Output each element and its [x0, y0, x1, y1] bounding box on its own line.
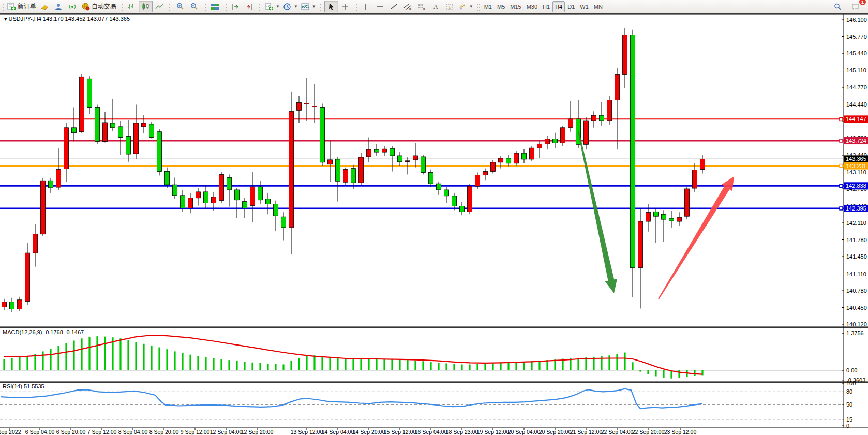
line-anchor-marker: [840, 207, 843, 210]
candle-body: [600, 115, 604, 121]
cursor-button[interactable]: [324, 1, 338, 12]
candle-body: [530, 148, 534, 159]
timeframe-h1[interactable]: H1: [540, 1, 552, 12]
line-chart-button[interactable]: [153, 1, 167, 12]
candle-body: [64, 128, 69, 169]
time-axis-label: 22 Sep 04:00: [601, 429, 634, 435]
price-tick-label: 145.770: [846, 34, 867, 40]
time-axis-label: 16 Sep 04:00: [415, 429, 447, 435]
current-price-label: 143.365: [846, 156, 866, 162]
time-axis-label: 7 Sep 12:00: [87, 429, 117, 435]
timeframe-m15[interactable]: M15: [507, 1, 523, 12]
candle-body: [700, 159, 705, 169]
candle-body: [592, 115, 596, 121]
candle-body: [56, 170, 61, 187]
zoom-out-icon: [190, 3, 199, 11]
hline-button[interactable]: [373, 1, 387, 12]
chart-canvas[interactable]: 146.100145.770145.440145.110144.770144.4…: [0, 14, 868, 435]
time-axis-label: 14 Sep 20:00: [353, 429, 385, 435]
period-button[interactable]: ▼: [281, 1, 300, 12]
auto-scroll-icon: [245, 3, 254, 11]
timeframe-mn[interactable]: MN: [591, 1, 605, 12]
signals-button[interactable]: [66, 1, 80, 12]
hline-icon: [376, 3, 384, 11]
template-button[interactable]: ▼: [300, 1, 318, 12]
tile-windows-button[interactable]: [208, 1, 222, 12]
community-button[interactable]: [52, 1, 66, 12]
candle-body: [382, 149, 387, 152]
vline-icon: [362, 3, 370, 11]
chart-shift-button[interactable]: [229, 1, 243, 12]
candle-body: [437, 184, 441, 190]
signal-icon: [68, 3, 77, 11]
timeframe-d1[interactable]: D1: [565, 1, 577, 12]
fibonacci-button[interactable]: F: [415, 1, 429, 12]
mt4-window: { "toolbar": { "groups": [ {"items": [ {…: [0, 0, 868, 435]
rsi-axis-label: 15: [846, 416, 852, 423]
candle-body: [118, 127, 123, 138]
new-order-button[interactable]: 新订单: [6, 1, 38, 12]
candle-body: [693, 170, 697, 188]
autotrade-button[interactable]: 自动交易: [80, 1, 118, 12]
toolbar-right: 1: [831, 1, 868, 12]
zoom-out-button[interactable]: [187, 1, 201, 12]
vline-button[interactable]: [359, 1, 373, 12]
timeframe-h4[interactable]: H4: [552, 1, 565, 12]
zoom-in-button[interactable]: [173, 1, 187, 12]
toolbar-separator: [354, 2, 357, 11]
new-chart-button[interactable]: ▼: [263, 1, 281, 12]
timeframe-group: M1M5M15M30H1H4D1W1MN: [481, 1, 606, 13]
channel-button[interactable]: E: [401, 1, 415, 12]
search-icon: [833, 3, 842, 11]
time-axis-label: 21 Sep 12:00: [570, 429, 603, 435]
chevron-down-icon: ▼: [294, 4, 298, 9]
candle-body: [188, 198, 193, 208]
candle-body: [25, 253, 30, 302]
candle-body: [343, 170, 348, 183]
timeframe-m5[interactable]: M5: [495, 1, 507, 12]
candle-body: [111, 123, 115, 128]
toolbar-group: [207, 1, 223, 13]
candle-body: [669, 218, 674, 221]
candle-body: [72, 128, 77, 133]
candle-body: [615, 74, 620, 100]
candle-body: [359, 157, 364, 183]
shapes-button[interactable]: ▼: [457, 1, 475, 12]
shapes-icon: [458, 3, 467, 11]
rsi-axis-label: 100: [846, 380, 856, 386]
text-button[interactable]: A: [429, 1, 443, 12]
chart-background: [0, 14, 868, 435]
svg-text:E: E: [409, 8, 411, 11]
candle-body: [506, 158, 511, 163]
candle-body: [638, 221, 643, 268]
cursor-icon: [327, 3, 336, 11]
timeframe-m30[interactable]: M30: [524, 1, 540, 12]
search-button[interactable]: [831, 1, 845, 12]
gold-button[interactable]: [38, 1, 52, 12]
tile-windows-icon: [211, 3, 219, 11]
candle-body: [95, 107, 100, 141]
candle-body: [328, 160, 333, 164]
svg-text:T: T: [448, 4, 451, 9]
candle-body: [631, 35, 635, 268]
candle-body: [243, 202, 247, 208]
timeframe-w1[interactable]: W1: [577, 1, 591, 12]
trendline-icon: [390, 3, 398, 11]
candlestick-button[interactable]: [139, 1, 153, 12]
candle-body: [444, 190, 449, 196]
auto-scroll-button[interactable]: [243, 1, 257, 12]
trendline-button[interactable]: [387, 1, 401, 12]
candle-body: [41, 181, 46, 234]
timeframe-m1[interactable]: M1: [482, 1, 495, 12]
candle-body: [429, 173, 433, 184]
crosshair-button[interactable]: [338, 1, 352, 12]
label-button[interactable]: T: [443, 1, 457, 12]
candle-body: [33, 234, 38, 253]
price-line-label: 143.724: [846, 138, 866, 144]
bar-chart-button[interactable]: [125, 1, 139, 12]
person-icon: [54, 3, 63, 11]
notifications-button[interactable]: 1: [849, 1, 863, 12]
candle-body: [460, 206, 465, 212]
chart-area[interactable]: 146.100145.770145.440145.110144.770144.4…: [0, 14, 868, 435]
candle-body: [157, 132, 162, 172]
